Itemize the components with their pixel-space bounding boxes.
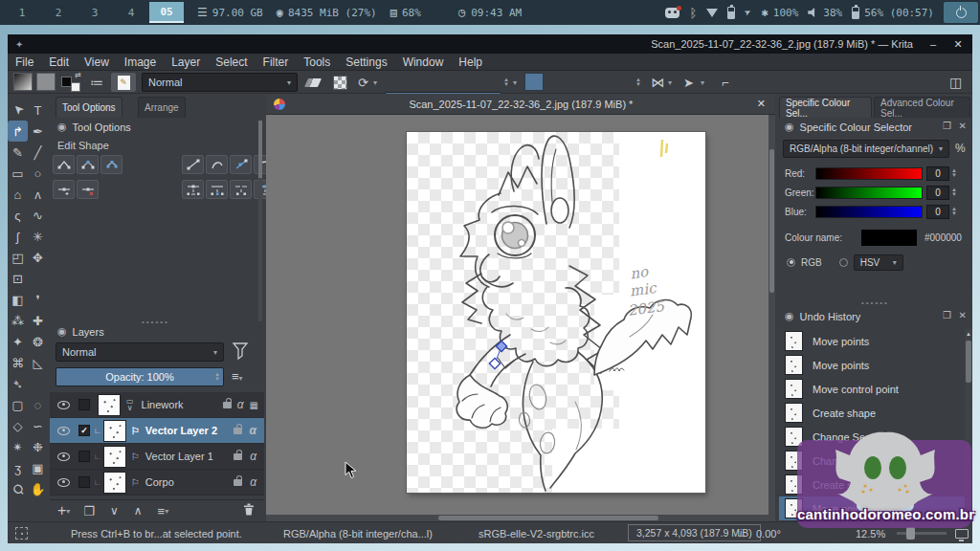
close-button[interactable]: ✕ bbox=[946, 34, 970, 54]
menu-help[interactable]: Help bbox=[451, 55, 490, 69]
bezier-curve-tool[interactable]: ς bbox=[8, 205, 28, 226]
workspace-3[interactable]: 3 bbox=[77, 7, 113, 19]
enclose-fill-tool[interactable]: ❂ bbox=[28, 331, 48, 352]
close-docker-icon[interactable]: ✕ bbox=[959, 121, 967, 131]
brush-presets-icon[interactable]: ≔ bbox=[90, 73, 103, 92]
minimize-button[interactable]: – bbox=[921, 34, 946, 54]
rotation-icon[interactable]: ↔ bbox=[737, 522, 747, 544]
hsv-dropdown[interactable]: HSV ▾ bbox=[854, 254, 903, 271]
discord-icon[interactable] bbox=[665, 8, 679, 18]
document-close-icon[interactable]: ✕ bbox=[757, 98, 766, 110]
menu-filter[interactable]: Filter bbox=[256, 55, 297, 69]
move-layer-up-button[interactable]: ∧ bbox=[134, 504, 143, 518]
tab-advanced-colour-selector[interactable]: Advanced Colour Sel... bbox=[874, 97, 970, 118]
mirror-icon[interactable]: ⋈ bbox=[651, 73, 664, 92]
line-tool[interactable]: ╱ bbox=[28, 142, 48, 163]
alpha-lock-icon[interactable]: α bbox=[250, 424, 256, 437]
blue-slider[interactable] bbox=[815, 206, 923, 218]
move-layer-down-button[interactable]: ∨ bbox=[110, 504, 119, 518]
ellipse-tool[interactable]: ○ bbox=[28, 163, 48, 184]
workspace-1[interactable]: 1 bbox=[4, 7, 40, 19]
undo-history-header[interactable]: ◉ Undo History bbox=[785, 310, 860, 322]
red-slider[interactable] bbox=[815, 167, 923, 180]
red-value[interactable]: 0 bbox=[926, 166, 949, 181]
power-button[interactable] bbox=[944, 2, 978, 23]
scroll-up-arrow[interactable]: ▲ bbox=[965, 329, 972, 339]
layer-row-vector-1[interactable]: ∟ ⚐ Vector Layer 1 α bbox=[50, 444, 264, 470]
disk-widget[interactable]: ☰ 97.00 GB bbox=[197, 7, 263, 19]
inherit-alpha-icon[interactable]: ▦ bbox=[250, 400, 258, 410]
duplicate-layer-button[interactable]: ❐ bbox=[83, 504, 95, 518]
layer-checkbox[interactable] bbox=[78, 451, 90, 462]
size-spinner[interactable]: ▲▼ bbox=[635, 73, 641, 92]
opacity-dropdown-arrow[interactable]: ▾ bbox=[513, 73, 517, 92]
freehand-selection-tool[interactable]: ∽ bbox=[28, 415, 48, 436]
menu-edit[interactable]: Edit bbox=[41, 55, 77, 69]
blue-spinner[interactable]: ▲▼ bbox=[951, 207, 957, 216]
lock-icon[interactable] bbox=[234, 479, 242, 486]
menu-file[interactable]: File bbox=[8, 55, 41, 69]
window-titlebar[interactable]: ✦ Scan_2025-11-07_22-32-36_2.jpg (187.9 … bbox=[8, 34, 972, 54]
layers-header[interactable]: ◉ Layers bbox=[57, 325, 104, 338]
join-points-button[interactable] bbox=[230, 180, 252, 199]
float-docker-icon[interactable]: ❐ bbox=[943, 310, 951, 320]
color-sampler-tool[interactable]: ❜ bbox=[28, 289, 48, 310]
fill-tool[interactable]: ✦ bbox=[8, 331, 28, 352]
specific-colour-selector-header[interactable]: ◉ Specific Colour Selector bbox=[785, 121, 912, 133]
opacity-spinner[interactable]: ▲▼ bbox=[503, 73, 509, 92]
gradient-tool[interactable]: ◧ bbox=[8, 289, 28, 310]
brightness-widget[interactable]: ✱ 100% bbox=[762, 7, 799, 19]
layer-row-corp[interactable]: ∟ ⚐ Corpo α bbox=[50, 470, 264, 496]
hsv-radio[interactable] bbox=[839, 258, 848, 267]
properties-dropdown-arrow[interactable]: ▾ bbox=[165, 507, 168, 516]
statusbar-profile[interactable]: sRGB-elle-V2-srgbtrc.icc bbox=[479, 522, 594, 544]
layer-opacity-spinner[interactable]: ▲▼ bbox=[214, 372, 220, 382]
colorspace-dropdown[interactable]: RGB/Alpha (8-bit integer/channel) ▾ bbox=[783, 140, 949, 158]
tab-tool-options[interactable]: Tool Options bbox=[56, 97, 122, 118]
wraparound-icon[interactable]: ➤ bbox=[683, 73, 694, 92]
mirror-dropdown-arrow[interactable]: ▾ bbox=[668, 73, 672, 92]
polygonal-selection-tool[interactable]: ◇ bbox=[8, 415, 28, 436]
add-layer-button[interactable]: + bbox=[57, 502, 66, 519]
menu-view[interactable]: View bbox=[77, 55, 117, 69]
memory-widget[interactable]: ◉ 8435 MiB (27%) bbox=[277, 7, 377, 19]
elliptical-selection-tool[interactable]: ◌ bbox=[28, 394, 48, 415]
visibility-eye-icon[interactable] bbox=[57, 401, 70, 409]
layer-blend-dropdown[interactable]: Normal ▾ bbox=[56, 342, 224, 362]
bluetooth-icon[interactable]: ᛒ bbox=[689, 7, 697, 19]
undo-item[interactable]: Move points bbox=[779, 329, 965, 353]
delete-layer-button[interactable] bbox=[243, 502, 255, 519]
cpu-widget[interactable]: ▤ 68% bbox=[390, 7, 421, 19]
polyline-tool[interactable]: ʌ bbox=[28, 184, 48, 205]
smart-patch-tool[interactable]: ✚ bbox=[28, 310, 48, 331]
visibility-eye-icon[interactable] bbox=[57, 478, 70, 487]
undo-item[interactable]: Create shape bbox=[779, 401, 965, 425]
rotation-value[interactable]: 0.00° bbox=[756, 522, 781, 544]
contiguous-selection-tool[interactable]: ❉ bbox=[28, 436, 48, 457]
document-titlebar[interactable]: Scan_2025-11-07_22-32-36_2.jpg (187.9 Mi… bbox=[266, 94, 775, 115]
canvas-horizontal-scrollbar[interactable] bbox=[266, 515, 768, 521]
wifi-icon[interactable] bbox=[706, 9, 718, 17]
artwork-drawing[interactable]: no mic 2025 bbox=[407, 132, 705, 493]
undo-item[interactable]: Move control point bbox=[779, 377, 965, 401]
convert-to-path-button[interactable] bbox=[230, 155, 252, 174]
layer-row-linework[interactable]: ▭∨ Linework α ▦ bbox=[50, 392, 264, 418]
alpha-lock-icon[interactable]: α bbox=[250, 475, 256, 489]
scroll-thumb[interactable] bbox=[966, 341, 971, 383]
green-spinner[interactable]: ▲▼ bbox=[951, 187, 957, 197]
workspace-chooser-icon[interactable]: ◫ bbox=[949, 73, 962, 92]
vector-edit-nodes[interactable] bbox=[489, 341, 506, 368]
percent-toggle[interactable]: % bbox=[955, 142, 966, 155]
reload-presets-button[interactable]: ⟳ bbox=[358, 73, 368, 92]
blending-mode-dropdown[interactable]: Normal ▾ bbox=[142, 73, 298, 92]
calligraphy-tool[interactable]: ✒ bbox=[28, 121, 48, 142]
menu-window[interactable]: Window bbox=[395, 55, 452, 69]
tray-battery-icon[interactable] bbox=[727, 7, 735, 19]
menu-select[interactable]: Select bbox=[208, 55, 255, 69]
menu-tools[interactable]: Tools bbox=[296, 55, 338, 69]
telegram-icon[interactable]: ➤ bbox=[743, 6, 754, 19]
layer-menu-button[interactable]: ≡▾ bbox=[232, 369, 243, 384]
magnetic-selection-tool[interactable]: ▣ bbox=[28, 457, 48, 478]
layer-properties-button[interactable]: ≡ bbox=[158, 504, 166, 518]
remove-point-button[interactable] bbox=[77, 180, 99, 199]
